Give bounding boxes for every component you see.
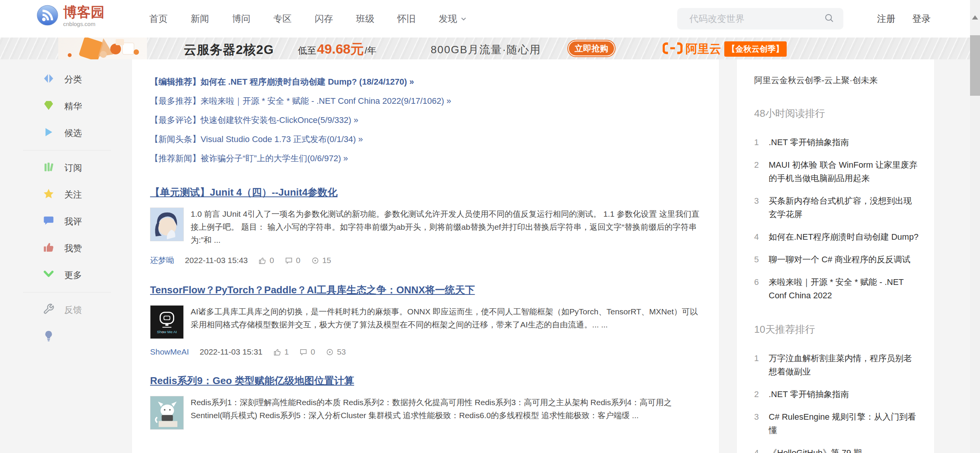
aside-ad-link[interactable]: 阿里云金秋云创季-云上聚·创未来 xyxy=(754,75,919,86)
rank-number: 2 xyxy=(754,388,763,401)
rail-item-反馈[interactable]: 反馈 xyxy=(0,296,132,323)
search-input[interactable] xyxy=(689,13,824,24)
read-rank-item-4[interactable]: 4 如何在.NET程序崩溃时自动创建 Dump? xyxy=(754,230,919,244)
rail-item-订阅[interactable]: 订阅 xyxy=(0,154,132,181)
editor-pick-0: 【编辑推荐】如何在 .NET 程序崩溃时自动创建 Dump? (18/24/12… xyxy=(150,72,705,92)
nav-item-5[interactable]: 班级 xyxy=(356,13,374,25)
nav-item-1[interactable]: 新闻 xyxy=(191,13,209,25)
rail-item-label: 反馈 xyxy=(64,304,82,316)
editor-pick-1: 【最多推荐】来啦来啦｜开源 * 安全 * 赋能 - .NET Conf Chin… xyxy=(150,92,705,111)
nav-item-6[interactable]: 怀旧 xyxy=(397,13,416,25)
recommend-rank-list: 1 万字泣血解析割韭菜内情，程序员别老想着做副业 2 .NET 零开销抽象指南 … xyxy=(754,352,919,453)
lightbulb-icon xyxy=(43,330,54,343)
rank-number: 3 xyxy=(754,410,763,437)
rail-item-更多[interactable]: 更多 xyxy=(0,262,132,288)
search-icon[interactable] xyxy=(824,13,834,25)
rank-text: .NET 零开销抽象指南 xyxy=(769,388,849,401)
books-icon xyxy=(43,161,54,174)
post-list-panel: 【编辑推荐】如何在 .NET 程序崩溃时自动创建 Dump? (18/24/12… xyxy=(132,59,719,453)
read-rank-item-3[interactable]: 3 买条新内存给台式机扩容，没想到出现玄学花屏 xyxy=(754,194,919,221)
thumb-icon xyxy=(43,242,54,255)
editor-pick-link[interactable]: 【最多推荐】来啦来啦｜开源 * 安全 * 赋能 - .NET Conf Chin… xyxy=(150,96,451,106)
cnblogs-logo[interactable]: 博客园 cnblogs.com xyxy=(36,5,105,27)
post-title[interactable]: 【单元测试】Junit 4（四）--Junit4参数化 xyxy=(150,186,338,199)
editor-pick-4: 【推荐新闻】被诈骗分子“盯”上的大学生们(0/6/972) » xyxy=(150,149,705,168)
scrollbar-thumb[interactable] xyxy=(970,35,980,96)
login-link[interactable]: 登录 xyxy=(912,13,931,25)
read-rank-item-2[interactable]: 2 MAUI 初体验 联合 WinForm 让家里废弃的手机当做电脑副品用起来 xyxy=(754,158,919,185)
vertical-scrollbar[interactable] xyxy=(970,0,980,453)
rank-number: 4 xyxy=(754,230,763,244)
read-rank-list: 1 .NET 零开销抽象指南 2 MAUI 初体验 联合 WinForm 让家里… xyxy=(754,136,919,302)
view-count[interactable]: 53 xyxy=(326,347,346,357)
recommend-rank-item-3[interactable]: 3 C# RulesEngine 规则引擎：从入门到看懂 xyxy=(754,410,919,437)
nav-item-2[interactable]: 博问 xyxy=(232,13,250,25)
recommend-rank-item-4[interactable]: 4 《HelloGitHub》第 79 期 xyxy=(754,446,919,453)
post-item-2: Redis系列9：Geo 类型赋能亿级地图位置计算 Redis系列1：深刻理解高… xyxy=(150,357,705,430)
ad-cta-button[interactable]: 立即抢购 xyxy=(568,41,615,56)
rail-item-我赞[interactable]: 我赞 xyxy=(0,235,132,262)
anime-avatar[interactable] xyxy=(150,208,184,241)
rail-item-lightbulb[interactable] xyxy=(0,323,132,350)
post-item-0: 【单元测试】Junit 4（四）--Junit4参数化 1.0 前言 JUnit… xyxy=(150,168,705,266)
rail-divider xyxy=(23,150,111,150)
sidebar-panel: 阿里云金秋云创季-云上聚·创未来 48小时阅读排行 1 .NET 零开销抽象指南… xyxy=(737,59,934,453)
post-date: 2022-11-03 15:43 xyxy=(185,256,248,265)
cat-avatar[interactable] xyxy=(150,396,184,430)
comment-count[interactable]: 0 xyxy=(299,347,315,357)
rail-item-精华[interactable]: 精华 xyxy=(0,93,132,119)
scroll-up-arrow-icon[interactable] xyxy=(972,15,978,20)
rail-item-label: 候选 xyxy=(64,127,82,139)
rank-number: 2 xyxy=(754,158,763,185)
rank-number: 6 xyxy=(754,275,763,302)
nav-item-4[interactable]: 闪存 xyxy=(315,13,333,25)
aliyun-ad-banner[interactable]: 云服务器2核2G 低至49.68元/年 800GB月流量·随心用 立即抢购 阿里… xyxy=(0,38,980,59)
nav-item-3[interactable]: 专区 xyxy=(273,13,292,25)
rank-text: 聊一聊对一个 C# 商业程序的反反调试 xyxy=(769,253,910,266)
post-item-1: TensorFlow？PyTorch？Paddle？AI工具库生态之争：ONNX… xyxy=(150,266,705,357)
post-author-link[interactable]: 还梦呦 xyxy=(150,255,174,266)
rail-item-关注[interactable]: 关注 xyxy=(0,181,132,208)
views-icon xyxy=(311,257,319,265)
post-title[interactable]: Redis系列9：Geo 类型赋能亿级地图位置计算 xyxy=(150,374,354,388)
rail-item-分类[interactable]: 分类 xyxy=(0,66,132,93)
digg-count[interactable]: 1 xyxy=(273,347,289,357)
post-meta: 还梦呦 2022-11-03 15:43 0 0 15 xyxy=(150,255,705,266)
rank-text: .NET 零开销抽象指南 xyxy=(769,136,849,149)
read-rank-title: 48小时阅读排行 xyxy=(754,107,919,120)
rank-text: 如何在.NET程序崩溃时自动创建 Dump? xyxy=(769,230,918,244)
ad-price-value: 49.68元 xyxy=(317,43,364,55)
nav-item-7[interactable]: 发现 xyxy=(439,13,467,25)
post-summary: 1.0 前言 JUnit 4引入了一项名为参数化测试的新功能。参数化测试允许开发… xyxy=(191,208,705,247)
chevron-down-icon xyxy=(43,268,54,281)
editor-pick-link[interactable]: 【新闻头条】Visual Studio Code 1.73 正式发布(0/1/3… xyxy=(150,134,363,144)
post-title[interactable]: TensorFlow？PyTorch？Paddle？AI工具库生态之争：ONNX… xyxy=(150,283,475,297)
view-count[interactable]: 15 xyxy=(311,256,331,265)
rail-item-候选[interactable]: 候选 xyxy=(0,119,132,146)
recommend-rank-item-2[interactable]: 2 .NET 零开销抽象指南 xyxy=(754,388,919,401)
svg-text:Show Me AI: Show Me AI xyxy=(157,330,177,334)
nav-item-0[interactable]: 首页 xyxy=(149,13,168,25)
editor-pick-link[interactable]: 【编辑推荐】如何在 .NET 程序崩溃时自动创建 Dump? (18/24/12… xyxy=(150,77,414,87)
rank-number: 3 xyxy=(754,194,763,221)
editor-pick-link[interactable]: 【推荐新闻】被诈骗分子“盯”上的大学生们(0/6/972) » xyxy=(150,154,348,163)
recommend-rank-item-1[interactable]: 1 万字泣血解析割韭菜内情，程序员别老想着做副业 xyxy=(754,352,919,378)
register-link[interactable]: 注册 xyxy=(877,13,895,25)
comment-count[interactable]: 0 xyxy=(285,256,301,265)
read-rank-item-6[interactable]: 6 来啦来啦｜开源 * 安全 * 赋能 - .NET Conf China 20… xyxy=(754,275,919,302)
editor-pick-link[interactable]: 【最多评论】快速创建软件安装包-ClickOnce(5/9/332) » xyxy=(150,115,358,125)
read-rank-item-1[interactable]: 1 .NET 零开销抽象指南 xyxy=(754,136,919,149)
rank-text: C# RulesEngine 规则引擎：从入门到看懂 xyxy=(769,410,919,437)
comment-icon xyxy=(299,348,307,356)
rail-item-我评[interactable]: 我评 xyxy=(0,208,132,235)
digg-count[interactable]: 0 xyxy=(258,256,274,265)
search-box[interactable] xyxy=(677,8,843,29)
post-author-link[interactable]: ShowMeAI xyxy=(150,347,189,357)
showmeai-avatar[interactable]: Show Me AI xyxy=(150,305,184,339)
thumbs-up-icon xyxy=(258,257,266,265)
aliyun-brand-name: 阿里云 xyxy=(686,41,721,57)
ad-title: 云服务器2核2G xyxy=(184,41,274,59)
editor-picks: 【编辑推荐】如何在 .NET 程序崩溃时自动创建 Dump? (18/24/12… xyxy=(150,72,705,168)
read-rank-item-5[interactable]: 5 聊一聊对一个 C# 商业程序的反反调试 xyxy=(754,253,919,266)
wrench-icon xyxy=(43,303,54,316)
